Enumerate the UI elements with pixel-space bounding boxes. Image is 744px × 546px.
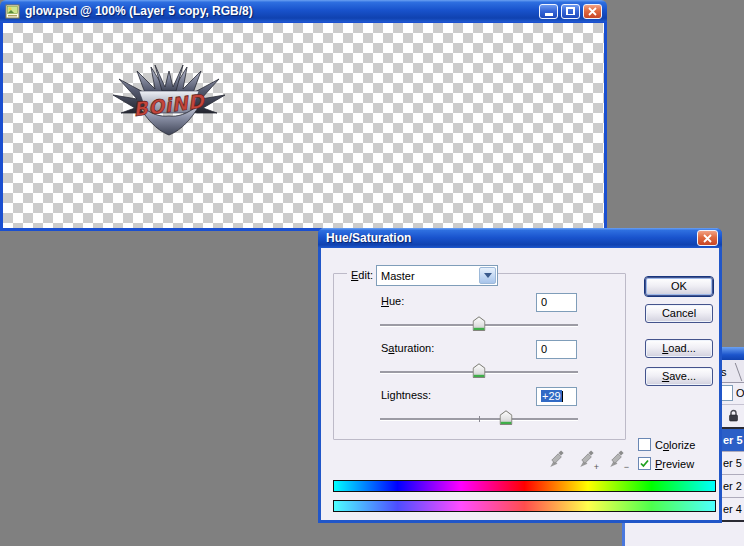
edit-dropdown-value: Master — [377, 270, 478, 282]
dropdown-button[interactable] — [479, 267, 496, 284]
edit-label: Edit: — [347, 269, 377, 281]
hue-input[interactable]: 0 — [536, 293, 577, 312]
document-titlebar[interactable]: glow.psd @ 100% (Layer 5 copy, RGB/8) — [0, 0, 607, 22]
eyedropper-icon[interactable] — [548, 450, 568, 470]
preview-checkbox[interactable]: Preview — [638, 457, 694, 470]
eyedropper-plus-icon[interactable]: + — [578, 450, 598, 470]
checkbox-box[interactable] — [638, 457, 651, 470]
eyedropper-mark: − — [624, 462, 629, 472]
hue-saturation-dialog: Hue/Saturation Edit: Master Hue: 0 Satur… — [318, 228, 722, 523]
cancel-button[interactable]: Cancel — [645, 304, 713, 323]
check-icon — [640, 459, 649, 468]
text-caret — [562, 391, 563, 402]
photoshop-workspace: glow.psd @ 100% (Layer 5 copy, RGB/8) — [0, 0, 744, 546]
saturation-slider[interactable] — [380, 371, 578, 374]
tab-edge — [723, 363, 743, 381]
colorize-checkbox[interactable]: Colorize — [638, 438, 695, 451]
minimize-button[interactable] — [539, 4, 558, 19]
document-file-icon — [5, 4, 20, 19]
window-controls — [539, 4, 602, 19]
close-button[interactable] — [583, 4, 602, 19]
lightness-input[interactable]: +29 — [536, 387, 577, 406]
lightness-slider-thumb[interactable] — [499, 410, 512, 427]
dialog-close-button[interactable] — [697, 230, 718, 246]
lock-icon[interactable] — [728, 409, 739, 422]
document-frame: BOiND — [0, 22, 607, 231]
minimize-icon — [545, 13, 553, 16]
opacity-label-fragment: O — [736, 387, 744, 399]
saturation-value: 0 — [541, 343, 547, 355]
hue-label: Hue: — [381, 295, 404, 307]
eyedropper-minus-icon[interactable]: − — [608, 450, 628, 470]
dialog-title: Hue/Saturation — [326, 231, 411, 245]
checkbox-box[interactable] — [638, 438, 651, 451]
chevron-down-icon — [484, 273, 492, 278]
lightness-slider[interactable] — [380, 418, 578, 421]
spectrum-bar-original — [333, 480, 716, 492]
edit-dropdown[interactable]: Master — [376, 265, 498, 286]
dialog-titlebar[interactable]: Hue/Saturation — [318, 228, 722, 248]
maximize-icon — [566, 7, 575, 15]
dialog-body: Edit: Master Hue: 0 Saturation: 0 — [321, 248, 719, 520]
spectrum-bar-adjusted — [333, 500, 716, 512]
hue-slider-thumb[interactable] — [473, 316, 486, 333]
adjustment-groupbox — [333, 273, 626, 440]
boind-logo-artwork: BOiND — [108, 51, 230, 147]
lightness-label: Lightness: — [381, 389, 431, 401]
saturation-label: Saturation: — [381, 342, 434, 354]
document-title: glow.psd @ 100% (Layer 5 copy, RGB/8) — [25, 4, 539, 18]
slider-center-tick — [479, 416, 480, 422]
hue-value: 0 — [541, 296, 547, 308]
hue-slider[interactable] — [380, 324, 578, 327]
saturation-slider-thumb[interactable] — [473, 363, 486, 380]
lightness-value: +29 — [541, 390, 562, 402]
colorize-label: Colorize — [655, 439, 695, 451]
eyedropper-mark: + — [594, 462, 599, 472]
preview-label: Preview — [655, 458, 694, 470]
close-icon — [703, 234, 712, 243]
close-icon — [588, 7, 597, 16]
load-button[interactable]: Load... — [645, 339, 713, 358]
save-button[interactable]: Save... — [645, 367, 713, 386]
ok-button[interactable]: OK — [645, 277, 713, 296]
saturation-input[interactable]: 0 — [536, 340, 577, 359]
maximize-button[interactable] — [561, 4, 580, 19]
document-canvas[interactable]: BOiND — [3, 23, 604, 228]
document-window: glow.psd @ 100% (Layer 5 copy, RGB/8) — [0, 0, 607, 231]
